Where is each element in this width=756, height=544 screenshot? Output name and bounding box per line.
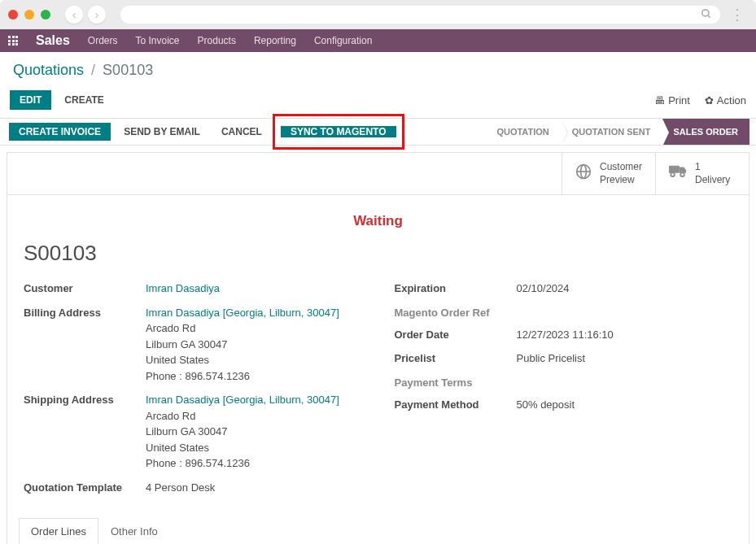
apps-icon[interactable] [8,36,18,46]
template-value: 4 Person Desk [146,480,362,496]
nav-configuration[interactable]: Configuration [314,35,372,46]
svg-rect-5 [669,166,680,173]
cancel-button[interactable]: CANCEL [213,123,270,141]
billing-name-link[interactable]: Imran Dasadiya [146,307,220,319]
customer-preview-button[interactable]: Customer Preview [562,153,655,194]
payment-method-label: Payment Method [395,397,517,411]
breadcrumb: Quotations / S00103 [0,52,756,85]
edit-button[interactable]: EDIT [10,90,51,110]
globe-icon [575,163,592,184]
forward-button[interactable]: › [88,6,106,24]
status-sales-order[interactable]: SALES ORDER [662,119,749,145]
delivery-label: Delivery [695,174,730,187]
svg-line-1 [708,15,710,17]
shipping-country: United States [146,442,209,454]
shipping-address-sub: [Georgia, Lilburn, 30047] [223,394,339,406]
highlight-sync: SYNC TO MAGENTO [273,114,404,150]
sync-magento-button[interactable]: SYNC TO MAGENTO [281,126,396,137]
delivery-button[interactable]: 1 Delivery [655,153,749,194]
billing-phone: Phone : 896.574.1236 [146,370,250,382]
browser-menu-icon[interactable]: ⋮ [727,6,748,24]
status-quotation-sent[interactable]: QUOTATION SENT [561,119,662,145]
app-brand[interactable]: Sales [36,33,70,48]
billing-line1: Arcado Rd [146,322,195,334]
fields-left: Customer Imran Dasadiya Billing Address … [24,281,362,503]
shipping-line1: Arcado Rd [146,410,195,422]
payment-terms-label: Payment Terms [395,375,517,389]
close-window-icon[interactable] [8,10,18,20]
print-button[interactable]: 🖶 Print [654,94,690,107]
template-label: Quotation Template [24,480,146,494]
url-bar[interactable] [120,6,720,24]
order-title: S00103 [7,236,749,281]
nav-orders[interactable]: Orders [88,35,118,46]
print-label: Print [668,94,690,107]
controls-row: EDIT CREATE 🖶 Print ✿ Action [0,85,756,118]
nav-buttons: ‹ › [65,6,106,24]
send-email-button[interactable]: SEND BY EMAIL [116,123,208,141]
minimize-window-icon[interactable] [24,10,34,20]
status-quotation[interactable]: QUOTATION [485,119,560,145]
magento-ref-label: Magento Order Ref [395,305,517,319]
nav-to-invoice[interactable]: To Invoice [136,35,180,46]
create-invoice-button[interactable]: CREATE INVOICE [9,123,111,141]
print-icon: 🖶 [654,94,665,107]
back-button[interactable]: ‹ [65,6,83,24]
browser-chrome-bar: ‹ › ⋮ [0,0,756,29]
shipping-name-link[interactable]: Imran Dasadiya [146,394,220,406]
sheet-header: Customer Preview 1 Delivery [7,153,749,195]
action-label: Action [717,94,746,107]
gear-icon: ✿ [705,94,714,107]
order-date-value: 12/27/2023 11:16:10 [517,327,733,343]
customer-label: Customer [24,281,146,294]
nav-products[interactable]: Products [198,35,236,46]
shipping-phone: Phone : 896.574.1236 [146,457,250,469]
status-strip: QUOTATION QUOTATION SENT SALES ORDER [485,119,749,145]
pricelist-value: Public Pricelist [517,350,733,367]
shipping-line2: Lilburn GA 30047 [146,425,227,437]
tabs: Order Lines Other Info [19,518,737,544]
svg-point-7 [680,172,684,176]
billing-line2: Lilburn GA 30047 [146,338,227,350]
create-button[interactable]: CREATE [64,94,103,106]
breadcrumb-current: S00103 [103,62,153,78]
svg-point-6 [671,172,675,176]
nav-reporting[interactable]: Reporting [254,35,296,46]
tab-order-lines[interactable]: Order Lines [19,518,98,544]
expiration-label: Expiration [395,281,517,294]
form-sheet: Customer Preview 1 Delivery Waiting S001… [7,152,749,544]
preview-sub: Preview [600,174,642,187]
billing-country: United States [146,354,209,366]
preview-label: Customer [600,161,642,174]
order-date-label: Order Date [395,327,517,341]
search-icon [701,8,712,22]
shipping-value: Imran Dasadiya [Georgia, Lilburn, 30047]… [146,392,362,472]
delivery-count: 1 [695,161,730,174]
maximize-window-icon[interactable] [41,10,50,20]
pricelist-label: Pricelist [395,350,517,364]
expiration-value: 02/10/2024 [517,281,733,297]
action-button[interactable]: ✿ Action [705,94,746,107]
fields-grid: Customer Imran Dasadiya Billing Address … [7,281,749,503]
breadcrumb-sep: / [91,62,95,78]
action-bar: CREATE INVOICE SEND BY EMAIL CANCEL SYNC… [0,118,756,146]
billing-address-sub: [Georgia, Lilburn, 30047] [223,307,339,319]
truck-icon [669,165,687,182]
billing-value: Imran Dasadiya [Georgia, Lilburn, 30047]… [146,305,362,385]
window-controls [8,10,50,20]
breadcrumb-root[interactable]: Quotations [13,62,84,78]
billing-label: Billing Address [24,305,146,319]
top-nav: Sales Orders To Invoice Products Reporti… [0,29,756,52]
shipping-label: Shipping Address [24,392,146,406]
customer-link[interactable]: Imran Dasadiya [146,282,220,294]
svg-point-0 [702,9,709,15]
fields-right: Expiration 02/10/2024 Magento Order Ref … [395,281,733,503]
tab-other-info[interactable]: Other Info [98,518,170,544]
status-waiting: Waiting [7,195,749,236]
payment-method-value: 50% deposit [517,397,733,413]
